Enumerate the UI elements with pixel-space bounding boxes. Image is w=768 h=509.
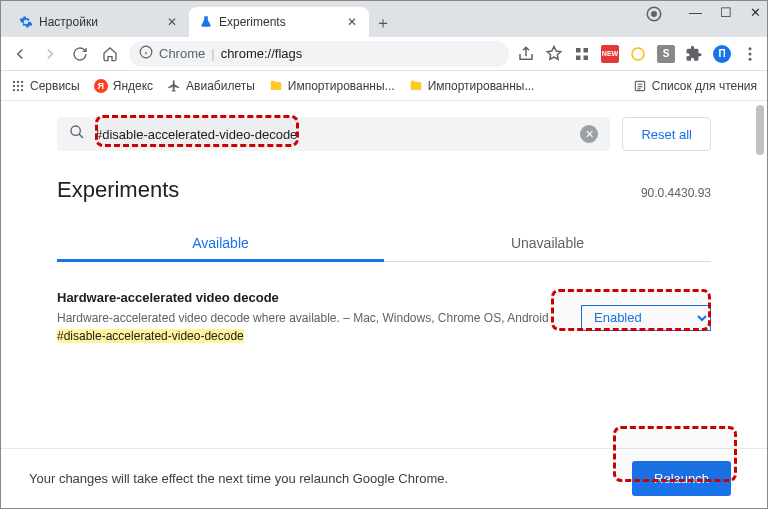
flag-item: Hardware-accelerated video decode Hardwa… <box>57 290 711 345</box>
tab-label: Available <box>192 235 249 251</box>
flags-search-input[interactable] <box>95 127 570 142</box>
url-scheme: Chrome <box>159 46 205 61</box>
browser-tab-settings[interactable]: Настройки ✕ <box>9 7 189 37</box>
svg-point-16 <box>21 84 23 86</box>
reset-all-button[interactable]: Reset all <box>622 117 711 151</box>
browser-toolbar: Chrome | chrome://flags NEW S П <box>1 37 767 71</box>
address-bar[interactable]: Chrome | chrome://flags <box>129 41 509 67</box>
svg-point-8 <box>749 47 752 50</box>
close-icon[interactable]: ✕ <box>345 15 359 29</box>
svg-point-1 <box>652 12 657 17</box>
bookmark-label: Сервисы <box>30 79 80 93</box>
profile-avatar[interactable]: П <box>713 45 731 63</box>
relaunch-footer: Your changes will take effect the next t… <box>1 448 767 508</box>
bookmark-label: Яндекс <box>113 79 153 93</box>
tab-title: Experiments <box>219 15 345 29</box>
clear-search-icon[interactable]: ✕ <box>580 125 598 143</box>
svg-point-7 <box>632 48 644 60</box>
reading-list-label: Список для чтения <box>652 79 757 93</box>
bookmark-folder[interactable]: Импортированны... <box>409 79 535 93</box>
svg-point-9 <box>749 52 752 55</box>
footer-message: Your changes will take effect the next t… <box>29 471 448 486</box>
flag-hash-link[interactable]: #disable-accelerated-video-decode <box>57 329 244 343</box>
svg-point-18 <box>17 88 19 90</box>
svg-rect-6 <box>584 55 589 60</box>
bookmark-services[interactable]: Сервисы <box>11 79 80 93</box>
svg-point-14 <box>13 84 15 86</box>
page-content: ✕ Reset all Experiments 90.0.4430.93 Ava… <box>1 101 767 508</box>
home-button[interactable] <box>99 43 121 65</box>
svg-point-17 <box>13 88 15 90</box>
gear-icon <box>19 15 33 29</box>
extension-icon[interactable] <box>629 45 647 63</box>
tab-title: Настройки <box>39 15 165 29</box>
maximize-button[interactable]: ☐ <box>720 5 732 26</box>
share-icon[interactable] <box>517 45 535 63</box>
tab-label: Unavailable <box>511 235 584 251</box>
account-icon[interactable] <box>645 5 663 26</box>
svg-rect-3 <box>576 48 581 53</box>
svg-rect-4 <box>584 48 589 53</box>
chrome-version: 90.0.4430.93 <box>641 186 711 200</box>
plane-icon <box>167 79 181 93</box>
reset-label: Reset all <box>641 127 692 142</box>
tab-available[interactable]: Available <box>57 225 384 261</box>
relaunch-button[interactable]: Relaunch <box>632 461 731 496</box>
bookmark-star-icon[interactable] <box>545 45 563 63</box>
svg-point-19 <box>21 88 23 90</box>
folder-icon <box>269 79 283 93</box>
extension-new-icon[interactable]: NEW <box>601 45 619 63</box>
browser-tab-experiments[interactable]: Experiments ✕ <box>189 7 369 37</box>
extensions-puzzle-icon[interactable] <box>685 45 703 63</box>
url-path: chrome://flags <box>221 46 303 61</box>
extension-icon[interactable]: S <box>657 45 675 63</box>
svg-rect-5 <box>576 55 581 60</box>
bookmark-yandex[interactable]: Я Яндекс <box>94 79 153 93</box>
folder-icon <box>409 79 423 93</box>
flags-search-box[interactable]: ✕ <box>57 117 610 151</box>
bookmark-label: Импортированны... <box>288 79 395 93</box>
site-info-icon[interactable] <box>139 45 153 62</box>
svg-point-15 <box>17 84 19 86</box>
bookmark-folder[interactable]: Импортированны... <box>269 79 395 93</box>
close-icon[interactable]: ✕ <box>165 15 179 29</box>
scrollbar-thumb[interactable] <box>756 105 764 155</box>
tab-unavailable[interactable]: Unavailable <box>384 225 711 261</box>
bookmark-label: Импортированны... <box>428 79 535 93</box>
apps-icon <box>11 79 25 93</box>
bookmarks-bar: Сервисы Я Яндекс Авиабилеты Импортирован… <box>1 71 767 101</box>
bookmark-label: Авиабилеты <box>186 79 255 93</box>
forward-button[interactable] <box>39 43 61 65</box>
flag-title: Hardware-accelerated video decode <box>57 290 561 305</box>
relaunch-label: Relaunch <box>654 471 709 486</box>
new-tab-button[interactable]: ＋ <box>369 9 397 37</box>
list-icon <box>633 79 647 93</box>
page-title: Experiments <box>57 177 179 203</box>
svg-point-11 <box>13 80 15 82</box>
back-button[interactable] <box>9 43 31 65</box>
flask-icon <box>199 15 213 29</box>
reload-button[interactable] <box>69 43 91 65</box>
browser-tab-strip: Настройки ✕ Experiments ✕ ＋ — ☐ ✕ <box>1 1 767 37</box>
flag-description: Hardware-accelerated video decode where … <box>57 309 561 345</box>
svg-point-10 <box>749 57 752 60</box>
menu-icon[interactable] <box>741 45 759 63</box>
yandex-icon: Я <box>94 79 108 93</box>
svg-point-12 <box>17 80 19 82</box>
svg-point-21 <box>71 126 80 135</box>
close-button[interactable]: ✕ <box>750 5 761 26</box>
svg-point-13 <box>21 80 23 82</box>
extension-icon[interactable] <box>573 45 591 63</box>
reading-list-button[interactable]: Список для чтения <box>633 79 757 93</box>
search-icon <box>69 124 85 144</box>
flag-state-select[interactable]: Enabled <box>581 305 711 331</box>
bookmark-aviatickets[interactable]: Авиабилеты <box>167 79 255 93</box>
minimize-button[interactable]: — <box>689 5 702 26</box>
